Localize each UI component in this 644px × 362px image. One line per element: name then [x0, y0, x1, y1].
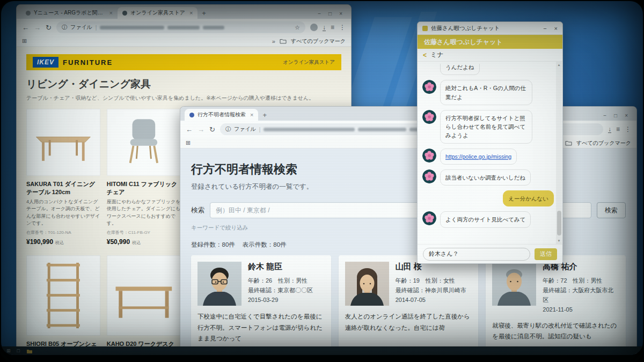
info-icon[interactable]: ⓘ	[62, 24, 67, 31]
chat-message: よく両方のサイト見比べてみて	[422, 211, 554, 227]
menu-kebab-icon[interactable]: ⋮	[339, 24, 346, 31]
tab-label: Yニュース - ARGラボと関連ニュース	[34, 9, 105, 17]
person-age-sex: 年齢：26 性別：男性	[248, 276, 313, 285]
price-value: ¥50,990	[107, 238, 130, 246]
bookmark-star-icon[interactable]: ☆	[295, 24, 300, 31]
reload-icon[interactable]: ↻	[209, 125, 215, 134]
overflow-chevrons-icon[interactable]: »	[272, 38, 275, 45]
message-bubble: うんだよね	[440, 64, 480, 75]
info-icon[interactable]: ⓘ	[225, 125, 231, 133]
person-description: 友人とのオンライン通話を終了した直後から連絡が取れなくなった。自宅には荷	[345, 311, 472, 333]
product-card[interactable]: KAHO D20 ワークデスク 100cm ノートPC作業に適したコンパクトデス…	[107, 255, 181, 348]
chat-input[interactable]	[423, 248, 530, 261]
new-tab-button[interactable]: +	[262, 111, 267, 119]
download-icon[interactable]: ↓	[608, 126, 611, 133]
message-bubble: 該当者いないか調査かいしだね	[440, 169, 531, 186]
tab-strip: 行方不明者情報検索 × + − □ ×	[180, 107, 636, 121]
chat-message: 行方不明者探してるサイトと照らし合わせて名前を見て調べてみようよ	[422, 110, 554, 144]
shown-count: 表示件数：80件	[243, 241, 287, 249]
blurred-url	[167, 26, 200, 29]
product-image-fabric-chair	[107, 109, 181, 176]
product-name: SAKURA T01 ダイニングテーブル 120cm	[26, 180, 100, 196]
tab-store[interactable]: オンライン家具ストア ×	[118, 7, 197, 19]
price-tax-label: 税込	[132, 240, 141, 245]
back-chevron-icon[interactable]: <	[423, 51, 427, 59]
search-label: 検索	[191, 206, 204, 215]
tab-label: オンライン家具ストア	[130, 9, 185, 17]
profile-avatar-icon[interactable]	[310, 24, 318, 31]
tab-strip: Yニュース - ARGラボと関連ニュース × オンライン家具ストア × + − …	[17, 5, 351, 19]
person-card[interactable]: 山田 桜 年齢：19 性別：女性 最終確認：神奈川県川崎市 2014-07-05…	[339, 255, 479, 351]
apps-grid-icon[interactable]: ⊞	[22, 38, 27, 45]
person-date: 2021-11-05	[543, 305, 619, 314]
minimize-icon[interactable]: −	[603, 113, 606, 119]
menu-kebab-icon[interactable]: ⋮	[625, 125, 631, 133]
product-price: ¥50,990税込	[107, 238, 181, 246]
tab-favicon	[189, 113, 194, 117]
person-last-seen: 最終確認：東京都〇〇区	[248, 285, 313, 295]
person-last-seen: 最終確認：大阪府大阪市北区	[543, 285, 619, 305]
scroll-down-icon[interactable]: ▼	[558, 239, 561, 242]
forward-icon[interactable]: →	[34, 24, 41, 32]
person-age-sex: 年齢：72 性別：男性	[543, 276, 619, 285]
tab-news[interactable]: Yニュース - ARGラボと関連ニュース ×	[21, 7, 118, 19]
price-value: ¥190,990	[26, 238, 53, 246]
task-view-icon[interactable]: □	[17, 349, 20, 353]
chat-back-nav[interactable]: < ミナ	[418, 49, 562, 62]
product-card[interactable]: SHIORI B05 オープンシェルフ 5段 本や雑貨を飾れるオープンタイプの収…	[26, 255, 100, 348]
chat-message: https://police.go.jp/missing	[422, 149, 554, 165]
scroll-up-icon[interactable]: ▲	[558, 63, 561, 67]
address-bar[interactable]: ⓘ ファイル | ☆	[56, 21, 305, 33]
close-tab-icon[interactable]: ×	[189, 10, 193, 16]
download-icon[interactable]: ↓	[323, 24, 326, 31]
close-tab-icon[interactable]: ×	[109, 10, 113, 16]
tab-missing-persons[interactable]: 行方不明者情報検索 ×	[185, 109, 258, 121]
product-card[interactable]: SAKURA T01 ダイニングテーブル 120cm 4人用のコンパクトなダイニ…	[26, 109, 100, 246]
close-icon[interactable]: ×	[554, 25, 558, 32]
search-button[interactable]: 検索	[597, 202, 626, 218]
back-icon[interactable]: ←	[186, 125, 193, 134]
missing-persons-page: 行方不明者情報検索 登録されている行方不明者の一覧です。 検索 検索 キーワード…	[180, 149, 636, 353]
window-controls: − □ ×	[318, 11, 347, 19]
person-card[interactable]: 高橋 祐介 年齢：72 性別：男性 最終確認：大阪府大阪市北区 2021-11-…	[486, 255, 626, 351]
new-tab-button[interactable]: +	[202, 9, 206, 17]
person-description: 就寝後、最寄り駅の改札付近で確認されたのを最後に消息不明。認知症の疑いも	[492, 320, 619, 342]
product-card[interactable]: HITOMI C11 ファブリックチェア 座面にやわらかなファブリックを使用した…	[107, 109, 181, 246]
all-bookmarks-label[interactable]: すべてのブックマーク	[291, 38, 346, 45]
person-date: 2015-03-29	[248, 295, 313, 305]
close-tab-icon[interactable]: ×	[250, 112, 253, 118]
reading-list-icon[interactable]: ≡	[331, 24, 334, 31]
blurred-url	[100, 26, 164, 29]
tab-label: 行方不明者情報検索	[197, 111, 246, 119]
minimize-icon[interactable]: −	[543, 25, 546, 32]
maximize-icon[interactable]: □	[328, 11, 332, 17]
chat-link[interactable]: https://police.go.jp/missing	[440, 149, 517, 165]
product-price: ¥190,990税込	[26, 238, 100, 246]
message-bubble: えー分かんない	[503, 190, 554, 206]
folder-icon	[565, 140, 572, 146]
reading-list-icon[interactable]: ≡	[616, 125, 620, 133]
window-controls: − □ ×	[603, 113, 632, 121]
minimize-icon[interactable]: −	[318, 11, 321, 17]
chat-window-title: 佐藤さん暇つぶしチャット	[431, 25, 500, 32]
person-card[interactable]: 鈴木 龍臣 年齢：26 性別：男性 最終確認：東京都〇〇区 2015-03-29…	[191, 255, 331, 351]
close-icon[interactable]: ×	[339, 11, 342, 17]
file-explorer-icon[interactable]	[26, 349, 33, 354]
address-scheme: ファイル	[234, 125, 256, 133]
store-site-label: オンライン家具ストア	[283, 59, 335, 66]
back-icon[interactable]: ←	[22, 24, 29, 32]
chat-contact-name: ミナ	[430, 50, 444, 60]
send-button[interactable]: 送信	[535, 248, 557, 260]
rose-avatar-icon	[422, 169, 436, 183]
apps-grid-icon[interactable]: ⊞	[186, 139, 191, 146]
reload-icon[interactable]: ↻	[46, 24, 52, 32]
address-scheme: ファイル	[70, 24, 92, 31]
maximize-icon[interactable]: □	[614, 113, 617, 119]
start-button-icon[interactable]: ⊞	[6, 349, 11, 353]
all-bookmarks-label[interactable]: すべてのブックマーク	[576, 139, 631, 147]
close-icon[interactable]: ×	[625, 113, 628, 119]
scrollbar-thumb[interactable]	[557, 211, 561, 235]
browser-toolbar: ← → ↻ ⓘ ファイル | ☆ ↓ ≡ ⋮	[17, 19, 351, 36]
forward-icon[interactable]: →	[197, 125, 204, 134]
product-description: 4人用のコンパクトなダイニングテーブル。オーク調の天板で、どんな部屋にも合わせや…	[26, 198, 100, 227]
